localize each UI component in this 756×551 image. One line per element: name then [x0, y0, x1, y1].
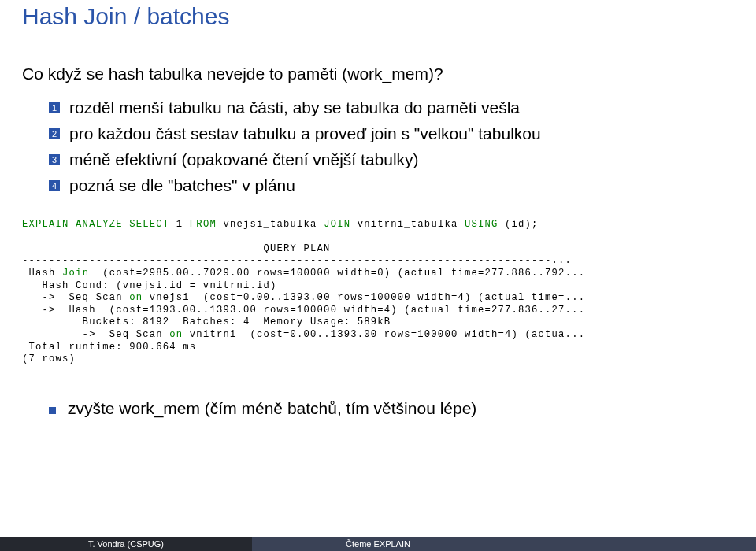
footer: T. Vondra (CSPUG) Čteme EXPLAIN — [0, 537, 756, 551]
enum-badge: 3 — [49, 154, 60, 165]
enum-badge: 4 — [49, 180, 60, 191]
enum-badge: 2 — [49, 128, 60, 139]
slide-title: Hash Join / batches — [0, 0, 756, 30]
list-item: 3méně efektivní (opakované čtení vnější … — [49, 150, 734, 171]
list-item: 1rozděl menší tabulku na části, aby se t… — [49, 98, 734, 119]
bullet-list: zvyšte work_mem (čím méně batchů, tím vě… — [49, 399, 734, 418]
enum-list: 1rozděl menší tabulku na části, aby se t… — [49, 98, 734, 197]
footer-author: T. Vondra (CSPUG) — [0, 537, 252, 551]
list-item: 4pozná se dle "batches" v plánu — [49, 176, 734, 197]
footer-right — [504, 537, 756, 551]
footer-title: Čteme EXPLAIN — [252, 537, 504, 551]
enum-badge: 1 — [49, 102, 60, 113]
intro-text: Co když se hash tabulka nevejde to pamět… — [22, 65, 734, 83]
list-item: 2pro každou část sestav tabulku a proveď… — [49, 124, 734, 145]
list-item: zvyšte work_mem (čím méně batchů, tím vě… — [49, 399, 734, 418]
code-block: EXPLAIN ANALYZE SELECT 1 FROM vnejsi_tab… — [22, 219, 734, 366]
